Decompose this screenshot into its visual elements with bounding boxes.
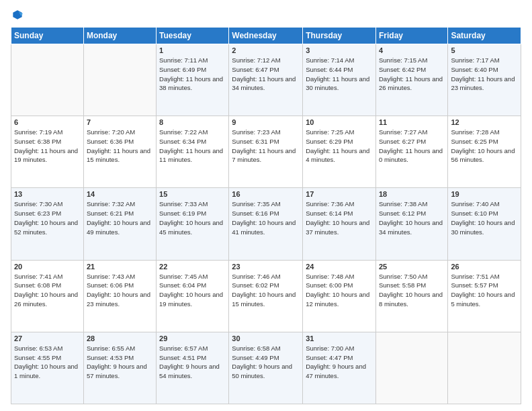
cell-info: Sunrise: 7:36 AMSunset: 6:14 PMDaylight:… xyxy=(306,200,369,235)
cell-info: Sunrise: 7:27 AMSunset: 6:27 PMDaylight:… xyxy=(379,128,443,163)
page-header xyxy=(11,8,521,21)
calendar-cell: 28 Sunrise: 6:55 AMSunset: 4:53 PMDaylig… xyxy=(83,332,156,404)
day-number: 22 xyxy=(159,263,226,271)
calendar-cell: 23 Sunrise: 7:46 AMSunset: 6:02 PMDaylig… xyxy=(229,260,303,332)
calendar-week-row: 6 Sunrise: 7:19 AMSunset: 6:38 PMDayligh… xyxy=(11,116,521,188)
day-number: 30 xyxy=(232,334,300,342)
cell-info: Sunrise: 7:35 AMSunset: 6:16 PMDaylight:… xyxy=(232,200,296,235)
calendar-cell xyxy=(375,332,447,404)
calendar-cell: 2 Sunrise: 7:12 AMSunset: 6:47 PMDayligh… xyxy=(229,44,303,116)
cell-info: Sunrise: 7:43 AMSunset: 6:06 PMDaylight:… xyxy=(87,273,150,308)
day-number: 21 xyxy=(87,263,153,271)
day-number: 14 xyxy=(87,190,153,198)
day-number: 28 xyxy=(87,334,153,342)
cell-info: Sunrise: 7:12 AMSunset: 6:47 PMDaylight:… xyxy=(232,56,296,91)
weekday-header: Wednesday xyxy=(229,28,303,44)
cell-info: Sunrise: 7:41 AMSunset: 6:08 PMDaylight:… xyxy=(14,273,78,308)
weekday-header: Sunday xyxy=(11,28,84,44)
calendar-week-row: 20 Sunrise: 7:41 AMSunset: 6:08 PMDaylig… xyxy=(11,260,521,332)
cell-info: Sunrise: 7:38 AMSunset: 6:12 PMDaylight:… xyxy=(379,200,443,235)
day-number: 7 xyxy=(87,118,153,126)
logo xyxy=(11,8,27,21)
day-number: 5 xyxy=(451,46,518,54)
day-number: 9 xyxy=(232,118,300,126)
calendar-cell: 20 Sunrise: 7:41 AMSunset: 6:08 PMDaylig… xyxy=(11,260,84,332)
cell-info: Sunrise: 6:53 AMSunset: 4:55 PMDaylight:… xyxy=(14,345,78,379)
calendar-cell: 5 Sunrise: 7:17 AMSunset: 6:40 PMDayligh… xyxy=(448,44,521,116)
calendar-cell: 21 Sunrise: 7:43 AMSunset: 6:06 PMDaylig… xyxy=(83,260,156,332)
calendar-cell xyxy=(83,44,156,116)
day-number: 10 xyxy=(306,118,373,126)
day-number: 13 xyxy=(14,190,81,198)
calendar-cell: 16 Sunrise: 7:35 AMSunset: 6:16 PMDaylig… xyxy=(229,188,303,260)
page-container: SundayMondayTuesdayWednesdayThursdayFrid… xyxy=(0,0,532,411)
calendar-cell: 29 Sunrise: 6:57 AMSunset: 4:51 PMDaylig… xyxy=(157,332,229,404)
calendar-cell: 6 Sunrise: 7:19 AMSunset: 6:38 PMDayligh… xyxy=(11,116,84,188)
weekday-header: Thursday xyxy=(303,28,376,44)
day-number: 17 xyxy=(306,190,373,198)
logo-icon xyxy=(11,8,24,21)
day-number: 11 xyxy=(379,118,445,126)
calendar-cell: 30 Sunrise: 6:58 AMSunset: 4:49 PMDaylig… xyxy=(229,332,303,404)
calendar-cell: 24 Sunrise: 7:48 AMSunset: 6:00 PMDaylig… xyxy=(303,260,376,332)
calendar-cell: 9 Sunrise: 7:23 AMSunset: 6:31 PMDayligh… xyxy=(229,116,303,188)
calendar-cell: 18 Sunrise: 7:38 AMSunset: 6:12 PMDaylig… xyxy=(375,188,447,260)
day-number: 29 xyxy=(159,334,226,342)
day-number: 3 xyxy=(306,46,373,54)
calendar-cell: 4 Sunrise: 7:15 AMSunset: 6:42 PMDayligh… xyxy=(375,44,447,116)
calendar-cell: 17 Sunrise: 7:36 AMSunset: 6:14 PMDaylig… xyxy=(303,188,376,260)
cell-info: Sunrise: 7:32 AMSunset: 6:21 PMDaylight:… xyxy=(87,200,150,235)
day-number: 23 xyxy=(232,263,300,271)
cell-info: Sunrise: 7:19 AMSunset: 6:38 PMDaylight:… xyxy=(14,128,78,163)
calendar-cell: 10 Sunrise: 7:25 AMSunset: 6:29 PMDaylig… xyxy=(303,116,376,188)
cell-info: Sunrise: 7:22 AMSunset: 6:34 PMDaylight:… xyxy=(159,128,223,163)
cell-info: Sunrise: 7:28 AMSunset: 6:25 PMDaylight:… xyxy=(451,128,515,163)
day-number: 31 xyxy=(306,334,373,342)
day-number: 25 xyxy=(379,263,445,271)
cell-info: Sunrise: 7:50 AMSunset: 5:58 PMDaylight:… xyxy=(379,273,443,308)
cell-info: Sunrise: 7:40 AMSunset: 6:10 PMDaylight:… xyxy=(451,200,515,235)
cell-info: Sunrise: 7:14 AMSunset: 6:44 PMDaylight:… xyxy=(306,56,369,91)
calendar-cell: 13 Sunrise: 7:30 AMSunset: 6:23 PMDaylig… xyxy=(11,188,84,260)
cell-info: Sunrise: 7:46 AMSunset: 6:02 PMDaylight:… xyxy=(232,273,296,308)
calendar-cell: 15 Sunrise: 7:33 AMSunset: 6:19 PMDaylig… xyxy=(157,188,229,260)
calendar-week-row: 1 Sunrise: 7:11 AMSunset: 6:49 PMDayligh… xyxy=(11,44,521,116)
cell-info: Sunrise: 7:33 AMSunset: 6:19 PMDaylight:… xyxy=(159,200,223,235)
calendar-cell: 11 Sunrise: 7:27 AMSunset: 6:27 PMDaylig… xyxy=(375,116,447,188)
cell-info: Sunrise: 7:20 AMSunset: 6:36 PMDaylight:… xyxy=(87,128,150,163)
calendar-cell xyxy=(448,332,521,404)
calendar-cell: 22 Sunrise: 7:45 AMSunset: 6:04 PMDaylig… xyxy=(157,260,229,332)
calendar-cell: 25 Sunrise: 7:50 AMSunset: 5:58 PMDaylig… xyxy=(375,260,447,332)
calendar-week-row: 13 Sunrise: 7:30 AMSunset: 6:23 PMDaylig… xyxy=(11,188,521,260)
calendar-cell: 3 Sunrise: 7:14 AMSunset: 6:44 PMDayligh… xyxy=(303,44,376,116)
day-number: 20 xyxy=(14,263,81,271)
weekday-header: Friday xyxy=(375,28,447,44)
calendar-cell: 14 Sunrise: 7:32 AMSunset: 6:21 PMDaylig… xyxy=(83,188,156,260)
calendar-cell xyxy=(11,44,84,116)
calendar-cell: 27 Sunrise: 6:53 AMSunset: 4:55 PMDaylig… xyxy=(11,332,84,404)
day-number: 12 xyxy=(451,118,518,126)
cell-info: Sunrise: 7:15 AMSunset: 6:42 PMDaylight:… xyxy=(379,56,443,91)
cell-info: Sunrise: 6:58 AMSunset: 4:49 PMDaylight:… xyxy=(232,345,292,379)
cell-info: Sunrise: 6:55 AMSunset: 4:53 PMDaylight:… xyxy=(87,345,147,379)
weekday-header: Tuesday xyxy=(157,28,229,44)
cell-info: Sunrise: 7:45 AMSunset: 6:04 PMDaylight:… xyxy=(159,273,223,308)
calendar-cell: 1 Sunrise: 7:11 AMSunset: 6:49 PMDayligh… xyxy=(157,44,229,116)
weekday-header: Monday xyxy=(83,28,156,44)
day-number: 1 xyxy=(159,46,226,54)
cell-info: Sunrise: 7:17 AMSunset: 6:40 PMDaylight:… xyxy=(451,56,515,91)
cell-info: Sunrise: 7:00 AMSunset: 4:47 PMDaylight:… xyxy=(306,345,366,379)
cell-info: Sunrise: 7:25 AMSunset: 6:29 PMDaylight:… xyxy=(306,128,369,163)
cell-info: Sunrise: 6:57 AMSunset: 4:51 PMDaylight:… xyxy=(159,345,220,379)
day-number: 15 xyxy=(159,190,226,198)
calendar-header-row: SundayMondayTuesdayWednesdayThursdayFrid… xyxy=(11,28,521,44)
day-number: 19 xyxy=(451,190,518,198)
day-number: 2 xyxy=(232,46,300,54)
cell-info: Sunrise: 7:30 AMSunset: 6:23 PMDaylight:… xyxy=(14,200,78,235)
day-number: 16 xyxy=(232,190,300,198)
calendar-week-row: 27 Sunrise: 6:53 AMSunset: 4:55 PMDaylig… xyxy=(11,332,521,404)
day-number: 27 xyxy=(14,334,81,342)
calendar-table: SundayMondayTuesdayWednesdayThursdayFrid… xyxy=(11,27,521,404)
calendar-cell: 8 Sunrise: 7:22 AMSunset: 6:34 PMDayligh… xyxy=(157,116,229,188)
day-number: 6 xyxy=(14,118,81,126)
